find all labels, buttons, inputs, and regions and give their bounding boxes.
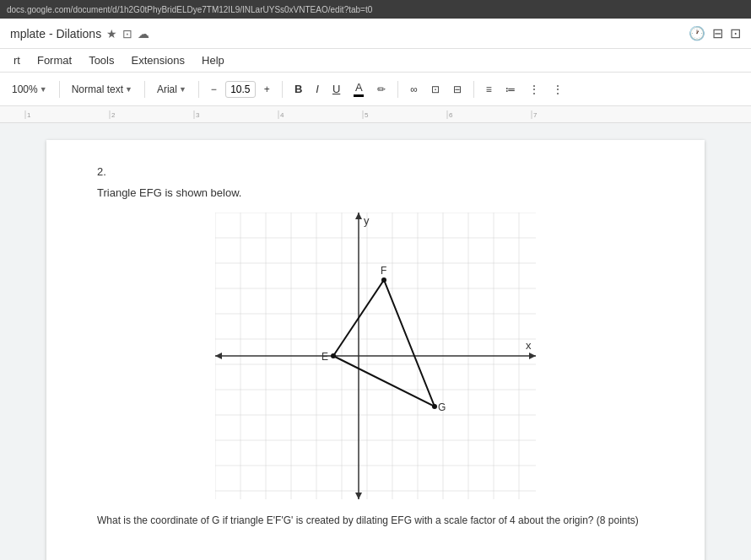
font-value: Arial xyxy=(157,83,177,95)
sep-6 xyxy=(473,81,474,98)
line-spacing-button[interactable]: ≔ xyxy=(500,81,521,98)
minimize-button[interactable]: ⊟ xyxy=(712,25,723,41)
app-title: mplate - Dilations ★ ⊡ ☁ xyxy=(10,27,149,40)
sep-3 xyxy=(198,81,199,98)
color-bar xyxy=(354,94,364,97)
align-button[interactable]: ≡ xyxy=(481,81,497,98)
zoom-dropdown[interactable]: 100% ▼ xyxy=(7,81,52,98)
menu-item-format[interactable]: Format xyxy=(30,52,78,68)
svg-text:5: 5 xyxy=(365,111,369,119)
font-dropdown[interactable]: Arial ▼ xyxy=(152,81,192,98)
sep-2 xyxy=(144,81,145,98)
style-dropdown[interactable]: Normal text ▼ xyxy=(67,81,138,98)
font-size-decrease-button[interactable]: − xyxy=(206,81,222,98)
style-arrow: ▼ xyxy=(125,85,132,94)
sep-5 xyxy=(397,81,398,98)
zoom-arrow: ▼ xyxy=(40,85,47,94)
expand-button[interactable]: ⊡ xyxy=(730,25,741,41)
star-icon[interactable]: ★ xyxy=(106,27,117,40)
font-arrow: ▼ xyxy=(179,85,186,94)
page: 2. Triangle EFG is shown below. What is … xyxy=(46,140,705,560)
menu-item-extensions[interactable]: Extensions xyxy=(124,52,192,68)
menu-bar: rt Format Tools Extensions Help xyxy=(0,49,751,73)
svg-text:7: 7 xyxy=(533,111,538,119)
window-controls: 🕐 ⊟ ⊡ xyxy=(689,25,741,41)
copy-icon[interactable]: ⊡ xyxy=(122,27,132,40)
graph-container xyxy=(97,213,654,499)
comment-button[interactable]: ⊡ xyxy=(426,81,445,98)
svg-text:6: 6 xyxy=(449,111,453,119)
app-title-text: mplate - Dilations xyxy=(10,27,101,40)
answer-prompt: What is the coordinate of G if triangle … xyxy=(97,513,654,528)
pencil-button[interactable]: ✏ xyxy=(372,81,391,98)
question-text: Triangle EFG is shown below. xyxy=(97,186,654,199)
app-header: mplate - Dilations ★ ⊡ ☁ 🕐 ⊟ ⊡ xyxy=(0,19,751,49)
underline-button[interactable]: U xyxy=(327,80,345,98)
italic-button[interactable]: I xyxy=(311,80,324,98)
menu-item-tools[interactable]: Tools xyxy=(82,52,121,68)
question-number: 2. xyxy=(97,165,654,178)
style-value: Normal text xyxy=(72,83,123,95)
svg-text:1: 1 xyxy=(27,111,31,119)
more-button[interactable]: ⋮ xyxy=(548,81,568,98)
menu-item-rt[interactable]: rt xyxy=(7,52,27,68)
bold-button[interactable]: B xyxy=(289,80,307,98)
coordinate-graph xyxy=(215,213,536,499)
svg-text:3: 3 xyxy=(196,111,200,119)
sep-1 xyxy=(59,81,60,98)
graph-wrap xyxy=(215,213,536,499)
svg-text:2: 2 xyxy=(111,111,116,119)
font-size-value: 10.5 xyxy=(230,83,250,95)
toolbar: 100% ▼ Normal text ▼ Arial ▼ − 10.5 + B xyxy=(0,73,751,106)
font-size-box[interactable]: 10.5 xyxy=(225,81,256,98)
zoom-value: 100% xyxy=(12,83,38,95)
sep-4 xyxy=(282,81,283,98)
browser-bar: docs.google.com/document/d/1h2G0tPhyBrid… xyxy=(0,0,751,19)
svg-text:4: 4 xyxy=(280,111,284,119)
doc-area[interactable]: 2. Triangle EFG is shown below. What is … xyxy=(0,123,751,560)
font-size-increase-button[interactable]: + xyxy=(259,81,275,98)
history-button[interactable]: 🕐 xyxy=(689,25,705,41)
browser-url: docs.google.com/document/d/1h2G0tPhyBrid… xyxy=(7,5,744,14)
cloud-icon[interactable]: ☁ xyxy=(138,27,149,40)
text-color-button[interactable]: A xyxy=(348,78,369,100)
ruler: 1 2 3 4 5 6 7 xyxy=(0,106,751,123)
indent-button[interactable]: ⋮ xyxy=(524,81,544,98)
menu-item-help[interactable]: Help xyxy=(195,52,231,68)
bookmark-button[interactable]: ⊟ xyxy=(448,81,467,98)
text-color-icon: A xyxy=(354,81,364,97)
link-button[interactable]: ∞ xyxy=(405,81,423,98)
